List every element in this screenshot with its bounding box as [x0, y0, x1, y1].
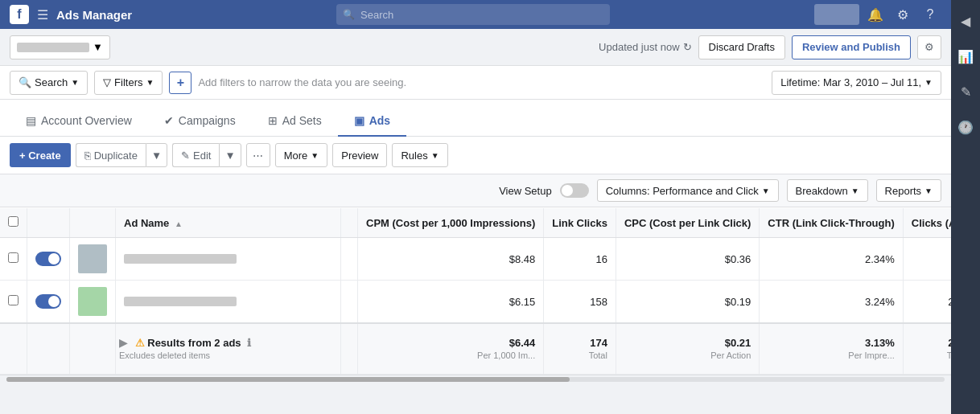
row2-thumb — [70, 281, 116, 324]
tab-ad-sets[interactable]: ⊞ Ad Sets — [252, 114, 338, 137]
row1-enable-toggle[interactable] — [35, 252, 61, 266]
tab-account-overview[interactable]: ▤ Account Overview — [10, 114, 148, 137]
add-filter-button[interactable]: + — [169, 72, 191, 94]
user-avatar[interactable] — [814, 4, 859, 25]
filters-button[interactable]: ▽ Filters ▼ — [94, 71, 163, 95]
columns-button[interactable]: Columns: Performance and Click ▼ — [597, 179, 779, 202]
table-row: $8.48 16 $0.36 2.34% 18 2.64% $0.32 — [0, 238, 951, 281]
fb-logo[interactable]: f — [10, 5, 29, 24]
filter-bar: 🔍 Search ▼ ▽ Filters ▼ + Add filters to … — [0, 66, 951, 100]
search-filter-button[interactable]: 🔍 Search ▼ — [10, 71, 88, 95]
notifications-icon[interactable]: 🔔 — [864, 3, 887, 26]
settings-nav-icon[interactable]: ⚙ — [891, 3, 914, 26]
expand-arrow-icon[interactable]: ▶ — [119, 337, 127, 349]
nav-search-wrap: 🔍 — [140, 4, 806, 25]
app-title: Ads Manager — [56, 8, 132, 22]
tabs-bar: ▤ Account Overview ✔ Campaigns ⊞ Ad Sets… — [0, 100, 951, 137]
account-selector[interactable]: ▼ — [10, 35, 110, 59]
date-range-selector[interactable]: Lifetime: Mar 3, 2010 – Jul 11, ▼ — [772, 71, 941, 95]
rules-button[interactable]: Rules ▼ — [392, 143, 447, 167]
row2-select[interactable] — [8, 295, 19, 305]
refresh-icon[interactable]: ↻ — [683, 41, 692, 53]
ads-table: Ad Name ▲ CPM (Cost per 1,000 Impression… — [0, 207, 951, 375]
more-button[interactable]: More ▼ — [275, 143, 328, 167]
ads-icon: ▣ — [354, 114, 364, 127]
row2-name-blurred — [124, 297, 237, 306]
row1-ad-name — [116, 238, 341, 281]
chevron-down-icon: ▼ — [93, 41, 103, 53]
summary-label: ▶ ⚠ Results from 2 ads ℹ Excludes delete… — [116, 323, 341, 374]
row2-cpm: $6.15 — [358, 281, 544, 324]
row1-checkbox — [0, 238, 27, 281]
filter-hint: Add filters to narrow the data you are s… — [198, 76, 406, 88]
toolbar: + Create ⎘ Duplicate ▼ ✎ Edit ▼ ⋯ More ▼… — [0, 137, 951, 174]
row2-ctr-link: 3.24% — [760, 281, 903, 324]
select-all-checkbox[interactable] — [8, 216, 19, 227]
discard-drafts-button[interactable]: Discard Drafts — [698, 35, 785, 59]
view-setup-toggle[interactable] — [560, 183, 589, 198]
tab-campaigns[interactable]: ✔ Campaigns — [148, 114, 252, 137]
view-controls: View Setup Columns: Performance and Clic… — [0, 174, 951, 207]
sidebar-clock-icon[interactable]: 🕐 — [953, 114, 978, 140]
campaigns-icon: ✔ — [164, 114, 174, 127]
summary-link-clicks: 174 Total — [544, 323, 616, 374]
row1-name-blurred — [124, 254, 237, 264]
row1-thumbnail — [78, 244, 107, 273]
more-options-icon-button[interactable]: ⋯ — [246, 143, 270, 167]
account-selector-text — [17, 43, 89, 52]
th-cpm: CPM (Cost per 1,000 Impressions) — [358, 208, 544, 238]
right-sidebar: ◀ 📊 ✎ 🕐 — [951, 0, 980, 383]
nav-search-container: 🔍 — [336, 4, 610, 25]
view-setup-label: View Setup — [499, 185, 552, 197]
sidebar-back-icon[interactable]: ◀ — [953, 8, 978, 34]
sidebar-chart-icon[interactable]: 📊 — [953, 43, 978, 69]
th-clicks-all: Clicks (All) — [903, 208, 951, 238]
duplicate-dropdown-button[interactable]: ▼ — [146, 143, 167, 167]
chevron-down-icon: ▼ — [851, 187, 859, 195]
chevron-down-icon: ▼ — [146, 78, 154, 87]
th-checkbox — [0, 208, 27, 238]
row2-thumbnail — [78, 287, 107, 316]
th-cpc: CPC (Cost per Link Click) — [616, 208, 759, 238]
sort-icon[interactable]: ▲ — [175, 219, 183, 228]
row2-link-clicks: 158 — [544, 281, 616, 324]
search-filter-icon: 🔍 — [19, 76, 31, 88]
duplicate-button[interactable]: ⎘ Duplicate — [76, 143, 146, 167]
horizontal-scrollbar[interactable] — [0, 375, 951, 383]
row2-clicks-all: 234 — [903, 281, 951, 324]
hamburger-icon[interactable]: ☰ — [37, 7, 48, 23]
th-ctr-link: CTR (Link Click-Through) — [760, 208, 903, 238]
sidebar-edit-icon[interactable]: ✎ — [953, 79, 978, 105]
summary-toggle — [27, 323, 70, 374]
breakdown-button[interactable]: Breakdown ▼ — [787, 179, 868, 202]
preview-button[interactable]: Preview — [332, 143, 387, 167]
chevron-down-icon: ▼ — [431, 151, 439, 160]
duplicate-group: ⎘ Duplicate ▼ — [76, 143, 167, 167]
help-icon[interactable]: ? — [919, 3, 941, 26]
review-publish-button[interactable]: Review and Publish — [792, 35, 911, 59]
chevron-down-icon: ▼ — [311, 151, 319, 160]
row2-cpc: $0.19 — [616, 281, 759, 324]
search-icon: 🔍 — [343, 9, 355, 20]
row1-select[interactable] — [8, 252, 19, 263]
th-ad-name: Ad Name ▲ — [116, 208, 341, 238]
row2-ad-name — [116, 281, 341, 324]
nav-right: 🔔 ⚙ ? — [814, 3, 941, 26]
nav-search-input[interactable] — [336, 4, 610, 25]
scrollbar-track — [6, 377, 945, 382]
create-button[interactable]: + Create — [10, 143, 71, 167]
row1-clicks-all: 18 — [903, 238, 951, 281]
reports-button[interactable]: Reports ▼ — [876, 179, 941, 202]
row1-toggle — [27, 238, 70, 281]
tab-ads[interactable]: ▣ Ads — [338, 114, 406, 137]
row2-checkbox — [0, 281, 27, 324]
summary-row: ▶ ⚠ Results from 2 ads ℹ Excludes delete… — [0, 323, 951, 374]
chevron-down-icon: ▼ — [71, 78, 79, 87]
edit-button[interactable]: ✎ Edit — [172, 143, 219, 167]
edit-dropdown-button[interactable]: ▼ — [219, 143, 241, 167]
column-settings-button[interactable]: ⚙ — [917, 35, 941, 59]
row1-link-clicks: 16 — [544, 238, 616, 281]
summary-clicks-all: 252 Total — [903, 323, 951, 374]
row2-enable-toggle[interactable] — [35, 294, 61, 309]
table-container: Ad Name ▲ CPM (Cost per 1,000 Impression… — [0, 207, 951, 375]
